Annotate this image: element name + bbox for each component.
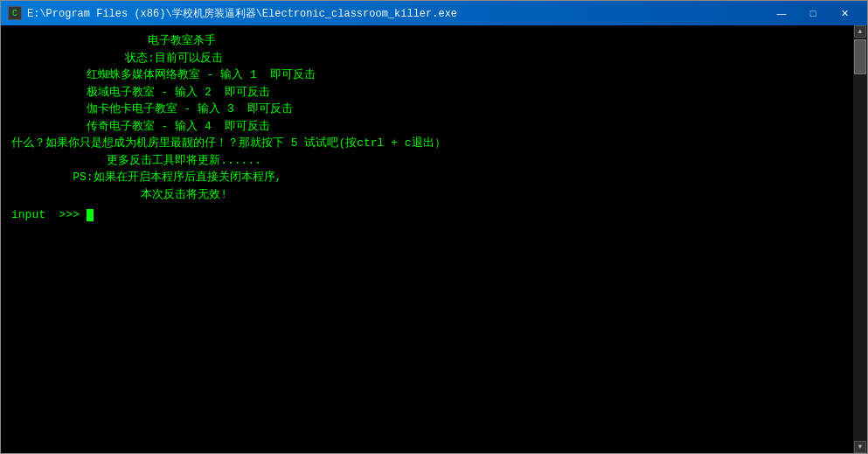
window-controls: — □ ✕: [766, 4, 860, 22]
minimize-button[interactable]: —: [766, 4, 797, 22]
main-window: C E:\Program Files (x86)\学校机房装逼利器\Electr…: [0, 0, 868, 454]
console-line-0: 电子教室杀手: [11, 32, 857, 50]
console-line-6: 什么？如果你只是想成为机房里最靓的仔！？那就按下 5 试试吧(按ctrl + c…: [11, 135, 857, 152]
console-line-8: PS:如果在开启本程序后直接关闭本程序,: [11, 169, 857, 186]
console-line-5: 传奇电子教室 - 输入 4 即可反击: [11, 118, 857, 136]
app-icon: C: [8, 6, 22, 20]
scroll-up-arrow[interactable]: ▲: [854, 25, 866, 38]
console-line-4: 伽卡他卡电子教室 - 输入 3 即可反击: [11, 101, 857, 118]
console-output: 电子教室杀手 状态:目前可以反击 红蜘蛛多媒体网络教室 - 输入 1 即可反击 …: [11, 32, 857, 203]
input-line[interactable]: input >>>: [11, 206, 857, 224]
cursor: [87, 209, 94, 221]
scroll-down-arrow[interactable]: ▼: [854, 441, 866, 453]
title-bar-left: C E:\Program Files (x86)\学校机房装逼利器\Electr…: [8, 6, 457, 21]
console-line-2: 红蜘蛛多媒体网络教室 - 输入 1 即可反击: [11, 66, 857, 84]
close-button[interactable]: ✕: [829, 4, 860, 22]
console-line-3: 极域电子教室 - 输入 2 即可反击: [11, 84, 857, 101]
scrollbar-thumb[interactable]: [854, 39, 866, 74]
console-area[interactable]: 电子教室杀手 状态:目前可以反击 红蜘蛛多媒体网络教室 - 输入 1 即可反击 …: [1, 25, 867, 453]
title-bar: C E:\Program Files (x86)\学校机房装逼利器\Electr…: [1, 1, 867, 25]
scrollbar[interactable]: ▲ ▼: [853, 25, 867, 453]
console-line-7: 更多反击工具即将更新......: [11, 152, 857, 170]
input-prompt: input >>>: [11, 206, 87, 224]
console-line-9: 本次反击将无效!: [11, 186, 857, 204]
window-title: E:\Program Files (x86)\学校机房装逼利器\Electron…: [27, 6, 457, 21]
maximize-button[interactable]: □: [797, 4, 829, 22]
console-line-1: 状态:目前可以反击: [11, 50, 857, 67]
